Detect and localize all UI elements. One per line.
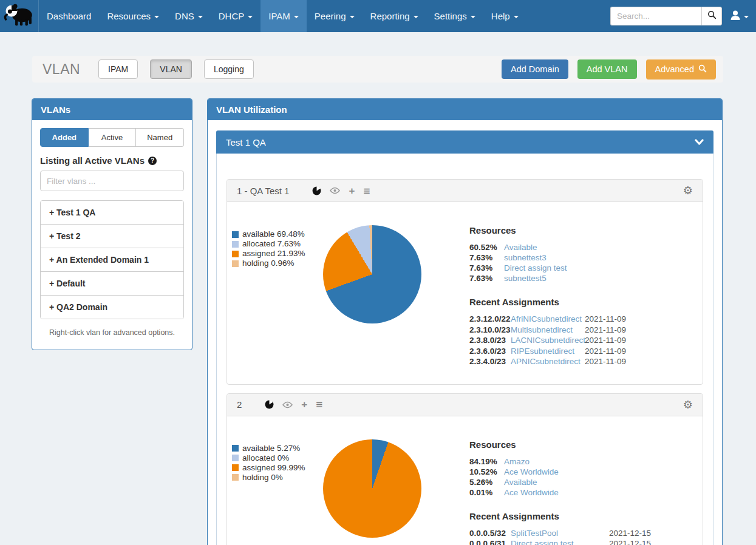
assignment-date: 2021-11-09 — [585, 314, 693, 325]
advanced-label: Advanced — [655, 64, 695, 74]
vlan-item-extended-domain[interactable]: + An Extended Domain 1 — [41, 248, 183, 272]
tab-vlan[interactable]: VLAN — [150, 59, 192, 79]
legend-item-allocated: allocated 7.63% — [232, 239, 323, 249]
resource-pct: 0.01% — [469, 487, 504, 498]
resource-row: 84.19%Amazo — [469, 456, 693, 467]
caret-down-icon — [514, 16, 519, 18]
vlan-entry-2-body: available 5.27% allocated 0% assigned 99… — [227, 416, 703, 545]
hamburger-menu-icon[interactable]: ≡ — [316, 399, 322, 410]
resource-link[interactable]: Amazo — [504, 456, 693, 467]
utilization-pie-chart — [323, 439, 421, 538]
nav-item-ipam[interactable]: IPAM — [261, 0, 307, 32]
help-circle-icon[interactable]: ? — [148, 157, 157, 165]
resource-link[interactable]: Ace Worldwide — [504, 487, 693, 498]
assignment-link[interactable]: AfriNICsubnetdirect — [511, 314, 585, 325]
search-icon — [707, 10, 717, 22]
eye-icon[interactable] — [282, 401, 293, 408]
plus-icon[interactable]: + — [301, 399, 307, 410]
assignment-link[interactable]: APNICsubnetdirect — [511, 356, 585, 367]
legend-label: allocated 0% — [242, 453, 289, 463]
resource-link[interactable]: Ace Worldwide — [504, 467, 693, 477]
vlan-item-default[interactable]: + Default — [41, 272, 183, 296]
resource-link[interactable]: Available — [504, 242, 693, 252]
vlan-item-test1qa[interactable]: + Test 1 QA — [41, 201, 183, 225]
vlan-entry-1-header: 1 - QA Test 1 + ≡ ⚙ — [227, 180, 703, 202]
section-test1qa-body: 1 - QA Test 1 + ≡ ⚙ a — [216, 154, 713, 545]
view-tab-added[interactable]: Added — [40, 128, 89, 147]
advanced-search-button[interactable]: Advanced — [646, 59, 717, 80]
assignment-cidr: 2.3.6.0/23 — [469, 346, 511, 357]
assignment-cidr: 2.3.12.0/22 — [469, 314, 511, 325]
caret-down-icon — [154, 16, 159, 18]
page-header: VLAN IPAM VLAN Logging Add Domain Add VL… — [32, 56, 723, 83]
resource-link[interactable]: subnettest3 — [504, 252, 693, 263]
resource-link[interactable]: Available — [504, 477, 693, 487]
resource-row: 5.26%Available — [469, 477, 693, 487]
view-tab-active[interactable]: Active — [89, 128, 137, 147]
assignment-date: 2021-11-09 — [585, 356, 693, 367]
hamburger-menu-icon[interactable]: ≡ — [363, 185, 370, 197]
assignments-heading: Recent Assignments — [469, 511, 693, 521]
search-icon — [698, 64, 707, 75]
legend-swatch — [232, 231, 239, 238]
nav-item-reporting[interactable]: Reporting — [363, 0, 426, 32]
brand-logo[interactable] — [0, 0, 39, 32]
gear-icon[interactable]: ⚙ — [683, 184, 693, 197]
pie-legend: available 69.48% allocated 7.63% assigne… — [232, 229, 323, 367]
resource-row: 10.52%Ace Worldwide — [469, 467, 693, 477]
assignment-link[interactable]: SplitTestPool — [511, 528, 609, 539]
legend-label: assigned 99.99% — [242, 463, 305, 473]
assignment-row: 2.3.4.0/23APNICsubnetdirect2021-11-09 — [469, 356, 693, 367]
nav-item-peering[interactable]: Peering — [307, 0, 363, 32]
assignment-link[interactable]: LACNICsubnetdirect — [511, 335, 585, 346]
nav-item-dhcp[interactable]: DHCP — [211, 0, 261, 32]
pie-chart-icon[interactable] — [265, 400, 274, 409]
nav-item-resources[interactable]: Resources — [99, 0, 167, 32]
assignment-row: 2.3.10.0/23Multisubnetdirect2021-11-09 — [469, 325, 693, 336]
add-domain-button[interactable]: Add Domain — [502, 59, 568, 79]
assignment-row: 2.3.12.0/22AfriNICsubnetdirect2021-11-09 — [469, 314, 693, 325]
vlan-item-test2[interactable]: + Test 2 — [41, 225, 183, 248]
search-button[interactable] — [701, 7, 722, 25]
resources-heading: Resources — [469, 225, 693, 235]
resource-link[interactable]: Direct assign test — [504, 263, 693, 273]
nav-item-dns[interactable]: DNS — [167, 0, 211, 32]
nav-label: Peering — [315, 11, 346, 21]
resource-link[interactable]: subnettest5 — [504, 273, 693, 283]
assignment-link[interactable]: RIPEsubnetdirect — [511, 346, 585, 357]
nav-menu: Dashboard Resources DNS DHCP IPAM Peerin… — [39, 0, 526, 32]
pie-chart-icon[interactable] — [312, 186, 321, 195]
legend-label: available 5.27% — [242, 444, 300, 453]
add-vlan-button[interactable]: Add VLAN — [577, 59, 637, 79]
search-input[interactable] — [610, 7, 701, 25]
section-title: Test 1 QA — [226, 137, 266, 147]
nav-item-settings[interactable]: Settings — [426, 0, 483, 32]
recent-assignments-block: Recent Assignments 2.3.12.0/22AfriNICsub… — [469, 297, 693, 367]
legend-item-holding: holding 0.96% — [232, 259, 323, 268]
view-tab-named[interactable]: Named — [136, 128, 184, 147]
vlan-filter-input[interactable] — [40, 171, 184, 191]
nav-item-help[interactable]: Help — [483, 0, 526, 32]
resource-pct: 5.26% — [469, 477, 504, 487]
eye-icon[interactable] — [330, 187, 340, 194]
section-test1qa-header[interactable]: Test 1 QA — [216, 130, 713, 154]
nav-label: DNS — [175, 11, 194, 21]
plus-icon[interactable]: + — [349, 186, 355, 196]
listing-label: Listing all Active VLANs — [40, 155, 145, 166]
tab-logging[interactable]: Logging — [204, 59, 254, 79]
chevron-down-icon[interactable] — [695, 139, 704, 146]
legend-label: allocated 7.63% — [242, 239, 301, 249]
nav-item-dashboard[interactable]: Dashboard — [39, 0, 99, 32]
navbar-right — [610, 0, 756, 32]
assignments-heading: Recent Assignments — [469, 297, 693, 307]
nav-label: Reporting — [370, 11, 410, 21]
vlan-item-qa2-domain[interactable]: + QA2 Domain — [41, 296, 183, 319]
gear-icon[interactable]: ⚙ — [683, 398, 693, 411]
caret-down-icon — [198, 16, 203, 18]
user-menu[interactable] — [728, 7, 750, 26]
legend-item-assigned: assigned 21.93% — [232, 249, 323, 259]
assignment-row: 0.0.0.6/31Direct assign test2021-12-15 — [469, 538, 693, 545]
assignment-link[interactable]: Multisubnetdirect — [511, 325, 585, 336]
tab-ipam[interactable]: IPAM — [98, 59, 138, 79]
assignment-link[interactable]: Direct assign test — [511, 538, 609, 545]
